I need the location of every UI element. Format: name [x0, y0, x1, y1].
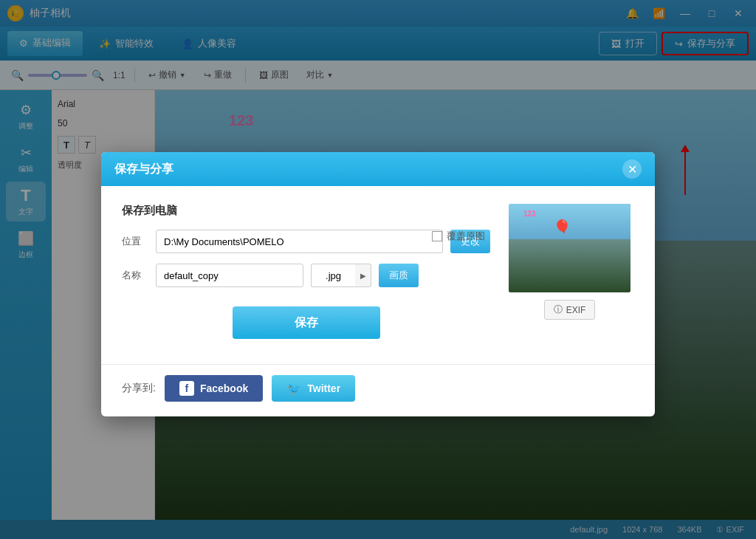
exif-label: EXIF	[566, 305, 586, 315]
overwrite-row: 覆盖原图	[432, 230, 485, 243]
save-button[interactable]: 保存	[233, 306, 380, 339]
name-label: 名称	[122, 269, 148, 282]
location-label: 位置	[122, 235, 148, 248]
modal-left-section: 保存到电脑 覆盖原图 位置 更改 名称	[122, 204, 490, 346]
modal-title: 保存与分享	[114, 162, 173, 177]
overwrite-label: 覆盖原图	[447, 230, 485, 243]
preview-mountain	[509, 239, 630, 292]
quality-button[interactable]: 画质	[379, 264, 419, 287]
file-ext-group: ▶	[311, 264, 371, 287]
preview-balloon-icon: 🎈	[553, 219, 571, 236]
preview-watermark: 123	[523, 210, 536, 218]
preview-image: 123 🎈	[509, 204, 630, 292]
name-row: 名称 ▶ 画质	[122, 264, 490, 287]
filename-input[interactable]	[156, 264, 303, 287]
overwrite-checkbox[interactable]	[432, 231, 442, 241]
facebook-label: Facebook	[200, 382, 248, 394]
save-share-modal: 保存与分享 ✕ 保存到电脑 覆盖原图 位置 更改	[101, 152, 655, 416]
modal-body: 保存到电脑 覆盖原图 位置 更改 名称	[101, 186, 655, 364]
modal-footer: 分享到: f Facebook 🐦 Twitter	[101, 364, 655, 416]
location-input[interactable]	[156, 230, 443, 253]
save-section-title: 保存到电脑	[122, 204, 490, 218]
modal-close-button[interactable]: ✕	[622, 159, 642, 179]
modal-right-section: 123 🎈 ⓘ EXIF	[505, 204, 634, 346]
exif-info-icon: ⓘ	[554, 303, 563, 316]
twitter-share-button[interactable]: 🐦 Twitter	[272, 375, 355, 402]
exif-button[interactable]: ⓘ EXIF	[544, 300, 596, 320]
share-label: 分享到:	[122, 382, 156, 395]
save-btn-container: 保存	[122, 299, 490, 346]
file-ext-input[interactable]	[311, 264, 355, 287]
modal-header: 保存与分享 ✕	[101, 152, 655, 186]
file-ext-dropdown[interactable]: ▶	[355, 264, 371, 287]
modal-overlay: 保存与分享 ✕ 保存到电脑 覆盖原图 位置 更改	[0, 0, 756, 539]
twitter-icon: 🐦	[286, 381, 301, 396]
facebook-share-button[interactable]: f Facebook	[165, 375, 263, 402]
facebook-icon: f	[179, 381, 194, 396]
twitter-label: Twitter	[307, 382, 340, 394]
